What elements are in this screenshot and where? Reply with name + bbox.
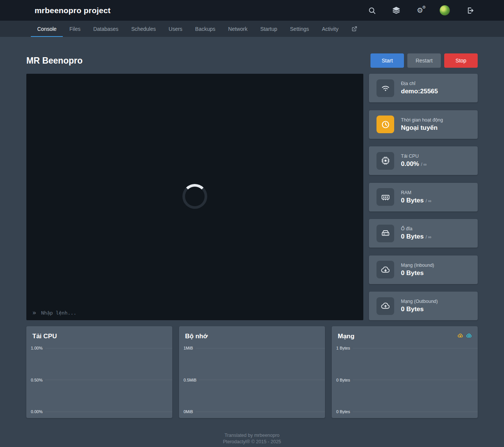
clock-icon	[376, 116, 394, 133]
y-axis-label: 1MiB	[184, 346, 193, 350]
search-icon[interactable]	[368, 7, 376, 14]
stat-card-uptime: Thời gian hoạt động Ngoại tuyến	[369, 110, 478, 139]
cog-icon: ⚙⚙	[417, 7, 423, 14]
stat-card-ram: RAM 0 Bytes/ ∞	[369, 183, 478, 211]
chart-title: Bộ nhớ	[185, 333, 208, 340]
gridline	[45, 348, 172, 348]
start-button[interactable]: Start	[370, 53, 404, 68]
gridline	[353, 348, 478, 348]
stat-label: RAM	[401, 190, 431, 195]
gridline	[353, 380, 478, 380]
tab-startup[interactable]: Startup	[254, 21, 284, 37]
stat-limit: / ∞	[425, 198, 431, 204]
stat-value: 0 Bytes	[401, 197, 424, 204]
footer-copyright: Pterodactyl® © 2015 - 2025	[0, 439, 504, 445]
chart-title: Mạng	[338, 333, 354, 340]
power-buttons: Start Restart Stop	[370, 53, 478, 68]
y-axis-label: 0.50%	[31, 378, 43, 382]
stat-value: demo:25565	[401, 88, 438, 95]
tab-backups[interactable]: Backups	[189, 21, 222, 37]
admin-cogs-icon[interactable]: ⚙⚙	[417, 7, 423, 14]
inbound-legend-icon	[458, 333, 463, 340]
console-panel: »	[26, 74, 363, 320]
stat-limit: / ∞	[421, 162, 427, 167]
gridline	[45, 380, 172, 380]
logout-icon[interactable]	[466, 7, 474, 14]
stats-sidebar: Địa chỉ demo:25565 Thời gian hoạt động N…	[369, 74, 478, 320]
chart-memory: Bộ nhớ 1MiB 0.5MiB 0MiB	[179, 326, 325, 418]
chart-legend	[458, 333, 472, 340]
y-axis-label: 0 Bytes	[336, 378, 350, 382]
cloud-download-icon	[376, 261, 394, 278]
gridline	[45, 412, 172, 412]
topbar: mrbeenopro project ⚙⚙	[0, 0, 504, 21]
outbound-legend-icon	[466, 333, 472, 340]
y-axis-label: 0 Bytes	[336, 409, 350, 414]
charts-row: Tải CPU 1.00% 0.50% 0.00% Bộ nhớ 1MiB 0.…	[26, 326, 478, 418]
stat-label: Mạng (Outbound)	[401, 299, 438, 304]
gridline	[196, 348, 325, 348]
restart-button[interactable]: Restart	[407, 53, 441, 68]
chart-network: Mạng	[332, 326, 478, 418]
page-title: MR Beenopro	[26, 56, 83, 66]
stat-label: Mạng (Inbound)	[401, 263, 434, 268]
server-list-icon[interactable]	[392, 6, 400, 14]
tab-schedules[interactable]: Schedules	[125, 21, 162, 37]
cloud-upload-icon	[376, 297, 394, 315]
topbar-icons: ⚙⚙	[368, 5, 474, 15]
prompt-chevrons-icon: »	[32, 309, 36, 316]
tab-settings[interactable]: Settings	[284, 21, 316, 37]
footer: Translated by mrbeenopro Pterodactyl® © …	[0, 432, 504, 447]
loading-spinner	[182, 184, 207, 209]
stop-button[interactable]: Stop	[444, 53, 478, 68]
main-content: MR Beenopro Start Restart Stop »	[26, 53, 478, 418]
stat-label: Ổ đĩa	[401, 226, 431, 231]
tab-users[interactable]: Users	[162, 21, 189, 37]
y-axis-label: 0.00%	[31, 409, 43, 414]
stat-label: Tải CPU	[401, 154, 427, 159]
stat-value: Ngoại tuyến	[401, 124, 437, 131]
avatar[interactable]	[440, 5, 450, 15]
gridline	[199, 380, 325, 380]
tab-files[interactable]: Files	[63, 21, 87, 37]
chart-cpu: Tải CPU 1.00% 0.50% 0.00%	[26, 326, 172, 418]
stat-card-network-inbound: Mạng (Inbound) 0 Bytes	[369, 255, 478, 284]
app-title: mrbeenopro project	[35, 6, 111, 15]
stat-value: 0 Bytes	[401, 233, 424, 240]
stat-value: 0 Bytes	[401, 269, 424, 277]
chart-area: 1 Bytes 0 Bytes 0 Bytes	[332, 346, 478, 414]
chart-area: 1.00% 0.50% 0.00%	[26, 346, 172, 414]
stat-value: 0 Bytes	[401, 306, 424, 313]
stat-value: 0.00%	[401, 160, 419, 167]
y-axis-label: 0MiB	[184, 409, 193, 414]
stat-label: Thời gian hoạt động	[401, 117, 443, 123]
y-axis-label: 0.5MiB	[184, 378, 196, 382]
external-link-icon[interactable]	[345, 21, 364, 37]
cpu-icon	[376, 152, 394, 170]
chart-title: Tải CPU	[32, 333, 57, 340]
tab-network[interactable]: Network	[222, 21, 254, 37]
console-input-row: »	[26, 305, 363, 320]
command-input[interactable]	[40, 310, 357, 316]
server-nav: Console Files Databases Schedules Users …	[0, 21, 504, 37]
tab-console[interactable]: Console	[31, 21, 63, 37]
footer-translated: Translated by mrbeenopro	[0, 432, 504, 439]
memory-icon	[376, 188, 394, 206]
y-axis-label: 1 Bytes	[336, 346, 350, 350]
stat-card-cpu: Tải CPU 0.00%/ ∞	[369, 146, 478, 175]
stat-card-address: Địa chỉ demo:25565	[369, 74, 478, 102]
stat-card-disk: Ổ đĩa 0 Bytes/ ∞	[369, 219, 478, 248]
disk-icon	[376, 225, 394, 242]
tab-activity[interactable]: Activity	[316, 21, 345, 37]
stat-label: Địa chỉ	[401, 81, 438, 86]
page: mrbeenopro project ⚙⚙	[0, 0, 504, 447]
tab-databases[interactable]: Databases	[87, 21, 125, 37]
gridline	[353, 412, 478, 412]
wifi-icon	[376, 79, 394, 97]
stat-limit: / ∞	[425, 234, 431, 240]
chart-area: 1MiB 0.5MiB 0MiB	[179, 346, 325, 414]
stat-card-network-outbound: Mạng (Outbound) 0 Bytes	[369, 292, 478, 320]
y-axis-label: 1.00%	[31, 346, 43, 350]
gridline	[196, 412, 325, 412]
